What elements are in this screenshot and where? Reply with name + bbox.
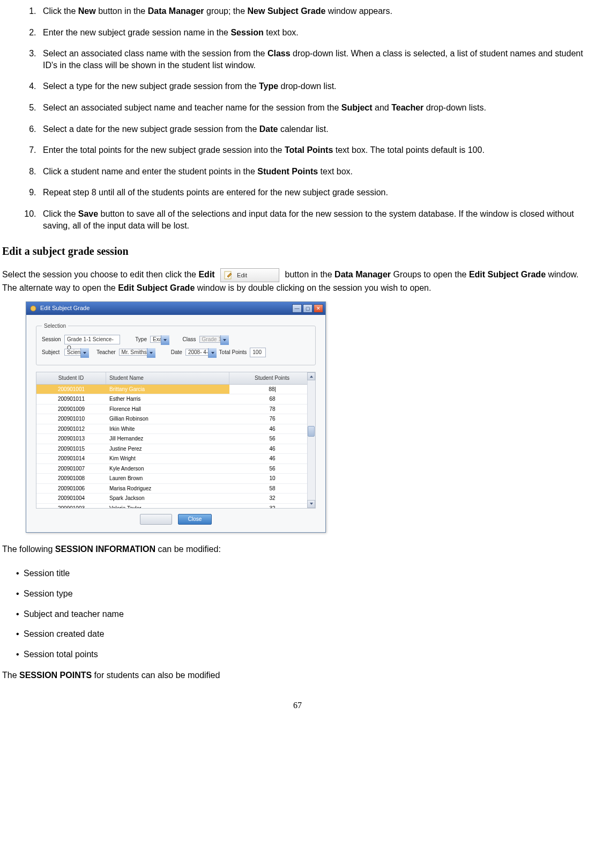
grid-body: 200901001Brittany Garcia88|200901011Esth… bbox=[36, 385, 315, 508]
edit-subject-grade-window: Edit Subject Grade — ▢ ✕ Selection Sessi… bbox=[26, 301, 326, 533]
session-points-line: The SESSION POINTS for students can also… bbox=[2, 670, 593, 681]
page-number: 67 bbox=[2, 700, 593, 711]
text: for students can also be modified bbox=[94, 671, 220, 680]
cell-student-id: 200901007 bbox=[36, 464, 106, 474]
text: window is by double clicking on the sess… bbox=[197, 283, 432, 292]
cell-student-id: 200901012 bbox=[36, 424, 106, 434]
step-item: Click a student name and enter the stude… bbox=[39, 166, 593, 178]
table-row[interactable]: 200901013Jill Hernandez56 bbox=[36, 434, 315, 444]
edit-paragraph: Select the session you choose to edit th… bbox=[2, 268, 593, 294]
bold-editsubjectgrade2: Edit Subject Grade bbox=[118, 283, 195, 292]
modifiable-list: Session titleSession typeSubject and tea… bbox=[16, 568, 593, 660]
label-date: Date bbox=[155, 349, 185, 356]
step-item: Select a date for the new subject grade … bbox=[39, 123, 593, 135]
label-session: Session bbox=[42, 336, 64, 343]
cell-student-points: 32 bbox=[229, 494, 315, 503]
selection-legend: Selection bbox=[42, 322, 68, 330]
step-item: Enter the total points for the new subje… bbox=[39, 144, 593, 156]
chevron-down-icon[interactable] bbox=[220, 335, 229, 345]
cell-student-id: 200901004 bbox=[36, 494, 106, 503]
list-item: Session title bbox=[16, 568, 593, 579]
cell-student-id: 200901010 bbox=[36, 414, 106, 424]
table-row[interactable]: 200901003Valeria Taylor32 bbox=[36, 504, 315, 508]
close-button[interactable]: ✕ bbox=[314, 304, 323, 313]
table-row[interactable]: 200901009Florence Hall78 bbox=[36, 404, 315, 415]
cell-student-name: Jill Hernandez bbox=[106, 434, 229, 444]
table-row[interactable]: 200901010Gillian Robinson76 bbox=[36, 414, 315, 424]
bold-session-points: SESSION POINTS bbox=[19, 671, 92, 680]
student-grid: Student ID Student Name Student Points 2… bbox=[36, 372, 316, 509]
table-row[interactable]: 200901011Esther Harris68 bbox=[36, 394, 315, 404]
edit-button-image: Edit bbox=[220, 268, 279, 282]
table-row[interactable]: 200901008Lauren Brown10 bbox=[36, 474, 315, 484]
col-student-name: Student Name bbox=[106, 372, 229, 384]
scroll-down-button[interactable] bbox=[307, 500, 315, 508]
label-total-points: Total Points bbox=[217, 349, 250, 356]
cell-student-id: 200901015 bbox=[36, 444, 106, 454]
close-dialog-button[interactable]: Close bbox=[178, 514, 212, 525]
text: Select the session you choose to edit th… bbox=[2, 270, 198, 279]
step-item: Click the New button in the Data Manager… bbox=[39, 5, 593, 17]
chevron-down-icon[interactable] bbox=[161, 335, 169, 345]
chevron-down-icon[interactable] bbox=[208, 348, 217, 358]
cell-student-id: 200901013 bbox=[36, 434, 106, 444]
table-row[interactable]: 200901015Justine Perez46 bbox=[36, 444, 315, 454]
table-row[interactable]: 200901006Marisa Rodriguez58 bbox=[36, 484, 315, 494]
cell-student-points: 68 bbox=[229, 394, 315, 404]
table-row[interactable]: 200901007Kyle Anderson56 bbox=[36, 464, 315, 474]
dialog-button-row: ____ Close bbox=[36, 509, 316, 527]
text: Groups to open the bbox=[393, 270, 468, 279]
label-class: Class bbox=[169, 336, 199, 343]
step-item: Select an associated class name with the… bbox=[39, 48, 593, 71]
cell-student-points: 46 bbox=[229, 454, 315, 464]
heading-edit-session: Edit a subject grade session bbox=[2, 244, 593, 259]
list-item: Session total points bbox=[16, 649, 593, 660]
total-points-input[interactable]: 100 bbox=[250, 348, 266, 357]
table-row[interactable]: 200901014Kim Wright46 bbox=[36, 454, 315, 464]
grid-header: Student ID Student Name Student Points bbox=[36, 372, 315, 385]
label-type: Type bbox=[120, 336, 150, 343]
cell-student-points: 76 bbox=[229, 414, 315, 424]
session-input[interactable]: Grade 1-1 Science-Q bbox=[64, 335, 120, 344]
cell-student-name: Lauren Brown bbox=[106, 474, 229, 483]
cell-student-name: Valeria Taylor bbox=[106, 504, 229, 508]
text: can be modified: bbox=[158, 545, 220, 554]
bold-session-information: SESSION INFORMATION bbox=[55, 545, 155, 554]
cell-student-name: Kim Wright bbox=[106, 454, 229, 464]
window-title: Edit Subject Grade bbox=[40, 304, 90, 312]
chevron-down-icon[interactable] bbox=[80, 348, 89, 358]
cell-student-name: Spark Jackson bbox=[106, 494, 229, 503]
steps-list: Click the New button in the Data Manager… bbox=[2, 5, 593, 231]
cell-student-points[interactable]: 88| bbox=[229, 385, 315, 394]
dialog-blank-button[interactable]: ____ bbox=[140, 514, 172, 525]
cell-student-points: 10 bbox=[229, 474, 315, 483]
step-item: Enter the new subject grade session name… bbox=[39, 27, 593, 39]
bold-edit: Edit bbox=[198, 270, 214, 279]
table-row[interactable]: 200901012Irkin White46 bbox=[36, 424, 315, 435]
text: button in the bbox=[285, 270, 335, 279]
scroll-up-button[interactable] bbox=[307, 372, 315, 380]
cell-student-name: Brittany Garcia bbox=[106, 385, 229, 394]
cell-student-points: 78 bbox=[229, 404, 315, 414]
window-icon bbox=[29, 305, 37, 312]
cell-student-name: Irkin White bbox=[106, 424, 229, 434]
cell-student-id: 200901001 bbox=[36, 385, 106, 394]
cell-student-name: Marisa Rodriguez bbox=[106, 484, 229, 494]
scrollbar-track[interactable] bbox=[307, 380, 315, 500]
cell-student-name: Esther Harris bbox=[106, 394, 229, 404]
maximize-button[interactable]: ▢ bbox=[303, 304, 313, 313]
label-teacher: Teacher bbox=[89, 349, 119, 356]
cell-student-id: 200901003 bbox=[36, 504, 106, 508]
scrollbar-thumb[interactable] bbox=[308, 426, 315, 437]
minimize-button[interactable]: — bbox=[292, 304, 302, 313]
step-item: Select an associated subject name and te… bbox=[39, 102, 593, 114]
pencil-icon bbox=[224, 271, 233, 279]
cell-student-points: 58 bbox=[229, 484, 315, 494]
svg-point-2 bbox=[31, 306, 36, 311]
text: The bbox=[2, 671, 19, 680]
table-row[interactable]: 200901001Brittany Garcia88| bbox=[36, 385, 315, 395]
following-can-be-modified: The following SESSION INFORMATION can be… bbox=[2, 543, 593, 555]
table-row[interactable]: 200901004Spark Jackson32 bbox=[36, 494, 315, 504]
selection-fieldset: Selection Session Grade 1-1 Science-Q Ty… bbox=[36, 322, 316, 366]
chevron-down-icon[interactable] bbox=[147, 348, 155, 358]
